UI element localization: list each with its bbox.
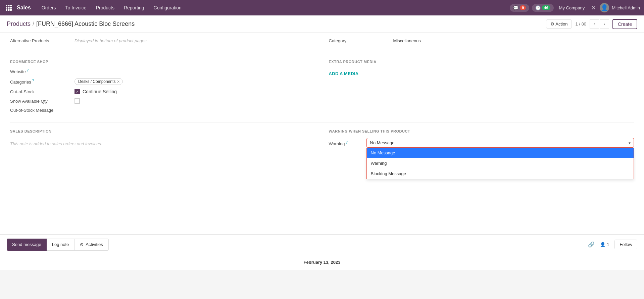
categories-label: Categories ? — [10, 79, 70, 85]
nav-orders[interactable]: Orders — [38, 3, 60, 12]
warning-option-warning[interactable]: Warning — [367, 158, 634, 168]
send-message-button[interactable]: Send message — [7, 239, 47, 251]
category-col: Category Miscellaneous — [329, 38, 634, 47]
avatar[interactable]: 👤 — [600, 3, 609, 12]
oos-message-label: Out-of-Stock Message — [10, 108, 70, 113]
create-button[interactable]: Create — [612, 19, 637, 29]
attachment-icon[interactable]: 🔗 — [588, 241, 595, 248]
out-of-stock-checkbox-row: ✓ Continue Selling — [75, 89, 117, 94]
category-row: Category Miscellaneous — [329, 38, 634, 43]
activities-nav-button[interactable]: 🕐 46 — [532, 4, 553, 12]
warning-select[interactable]: No Message — [366, 138, 634, 148]
show-qty-checkbox[interactable] — [75, 98, 80, 104]
record-position: 1 / 80 — [575, 21, 586, 27]
page-footer: February 13, 2023 — [0, 254, 644, 270]
activities-button[interactable]: ⊙ Activities — [75, 239, 108, 251]
ecommerce-section-title: ECOMMERCE SHOP — [10, 60, 315, 64]
category-value: Miscellaneous — [393, 38, 634, 43]
svg-rect-6 — [6, 9, 7, 11]
svg-rect-0 — [6, 5, 7, 6]
extra-media-col: EXTRA PRODUCT MEDIA ADD A MEDIA — [329, 58, 634, 117]
follower-icon: 👤 — [600, 242, 605, 247]
log-note-button[interactable]: Log note — [47, 239, 75, 251]
follower-count: 👤 1 — [600, 242, 609, 247]
user-name[interactable]: Mitchell Admin — [612, 5, 640, 10]
clock-icon: 🕐 — [535, 5, 541, 10]
breadcrumb: Products / [FURN_6666] Acoustic Bloc Scr… — [7, 20, 135, 28]
website-label: Website ? — [10, 68, 70, 74]
show-qty-label: Show Available Qty — [10, 99, 70, 104]
company-name[interactable]: My Company — [556, 4, 588, 12]
warning-options-list: No Message Warning Blocking Message — [366, 148, 634, 179]
show-qty-checkbox-row — [75, 98, 80, 104]
alt-products-label: Alternative Products — [10, 38, 70, 43]
sales-description-col: SALES DESCRIPTION This note is added to … — [10, 128, 315, 150]
svg-rect-5 — [10, 7, 12, 9]
bottom-bar: Send message Log note ⊙ Activities 🔗 👤 1… — [0, 234, 644, 254]
record-navigation: ‹ › — [590, 19, 609, 29]
warning-option-no-message[interactable]: No Message — [367, 148, 634, 158]
follow-button[interactable]: Follow — [614, 240, 637, 249]
out-of-stock-checkbox[interactable]: ✓ — [75, 89, 80, 94]
tag-remove-button[interactable]: × — [117, 79, 119, 84]
categories-value: Desks / Components × — [75, 78, 315, 85]
sales-warning-section: SALES DESCRIPTION This note is added to … — [10, 122, 634, 155]
breadcrumb-parent[interactable]: Products — [7, 20, 31, 28]
apps-icon[interactable] — [4, 3, 13, 12]
follower-number: 1 — [607, 242, 609, 247]
warning-option-blocking[interactable]: Blocking Message — [367, 168, 634, 179]
prev-record-button[interactable]: ‹ — [590, 19, 599, 29]
sub-header: Products / [FURN_6666] Acoustic Bloc Scr… — [0, 15, 644, 33]
bottom-bar-right: 🔗 👤 1 Follow — [588, 240, 637, 249]
sales-description-title: SALES DESCRIPTION — [10, 129, 315, 133]
sales-warning-row: SALES DESCRIPTION This note is added to … — [10, 128, 634, 150]
category-label: Category — [329, 38, 389, 43]
categories-tag[interactable]: Desks / Components × — [75, 78, 123, 85]
warning-section-title: WARNING WHEN SELLING THIS PRODUCT — [329, 129, 634, 133]
ecommerce-row: ECOMMERCE SHOP Website ? Categories ? De… — [10, 58, 634, 117]
svg-rect-3 — [6, 7, 7, 9]
warning-dropdown-wrap: No Message ▼ No Message Warning Blocking… — [366, 138, 634, 148]
top-row: Alternative Products Displayed in bottom… — [10, 38, 634, 47]
messages-icon: 💬 — [513, 5, 518, 10]
nav-brand[interactable]: Sales — [17, 5, 31, 11]
action-button[interactable]: ⚙ Action — [546, 19, 572, 29]
nav-reporting[interactable]: Reporting — [120, 3, 148, 12]
oos-message-row: Out-of-Stock Message — [10, 108, 315, 113]
alt-products-section: Alternative Products Displayed in bottom… — [10, 33, 634, 53]
activities-label: Activities — [86, 242, 103, 247]
nav-products[interactable]: Products — [92, 3, 118, 12]
breadcrumb-separator: / — [33, 20, 34, 28]
sales-description-input[interactable]: This note is added to sales orders and i… — [10, 138, 315, 150]
warning-col: WARNING WHEN SELLING THIS PRODUCT Warnin… — [329, 128, 634, 150]
out-of-stock-label: Out-of-Stock — [10, 89, 70, 94]
svg-rect-1 — [8, 5, 10, 6]
add-media-button[interactable]: ADD A MEDIA — [329, 68, 634, 79]
ecommerce-section: ECOMMERCE SHOP Website ? Categories ? De… — [10, 53, 634, 122]
warning-label: Warning ? — [329, 138, 362, 146]
nav-right: 💬 9 🕐 46 My Company ✕ 👤 Mitchell Admin — [510, 3, 640, 12]
svg-rect-7 — [8, 9, 10, 11]
messages-count: 9 — [520, 5, 526, 10]
alt-products-row: Alternative Products Displayed in bottom… — [10, 38, 315, 43]
warning-field-row: Warning ? No Message ▼ No Message Warnin… — [329, 138, 634, 148]
continue-selling-label: Continue Selling — [83, 89, 117, 94]
activities-clock-icon: ⊙ — [80, 242, 84, 247]
nav-configuration[interactable]: Configuration — [150, 3, 186, 12]
svg-rect-4 — [8, 7, 10, 9]
main-content: Alternative Products Displayed in bottom… — [0, 33, 644, 234]
extra-media-title: EXTRA PRODUCT MEDIA — [329, 60, 634, 64]
sub-header-actions: ⚙ Action 1 / 80 ‹ › Create — [546, 19, 637, 29]
warning-dropdown-container: No Message ▼ No Message Warning Blocking… — [366, 138, 634, 148]
categories-row: Categories ? Desks / Components × — [10, 78, 315, 85]
activities-count: 46 — [542, 5, 550, 10]
messages-button[interactable]: 💬 9 — [510, 4, 529, 12]
breadcrumb-current: [FURN_6666] Acoustic Bloc Screens — [36, 20, 135, 28]
ecommerce-col: ECOMMERCE SHOP Website ? Categories ? De… — [10, 58, 315, 117]
show-qty-row: Show Available Qty — [10, 98, 315, 104]
next-record-button[interactable]: › — [600, 19, 609, 29]
svg-rect-8 — [10, 9, 12, 11]
settings-icon[interactable]: ✕ — [590, 3, 597, 12]
top-navigation: Sales Orders To Invoice Products Reporti… — [0, 0, 644, 15]
nav-to-invoice[interactable]: To Invoice — [61, 3, 91, 12]
